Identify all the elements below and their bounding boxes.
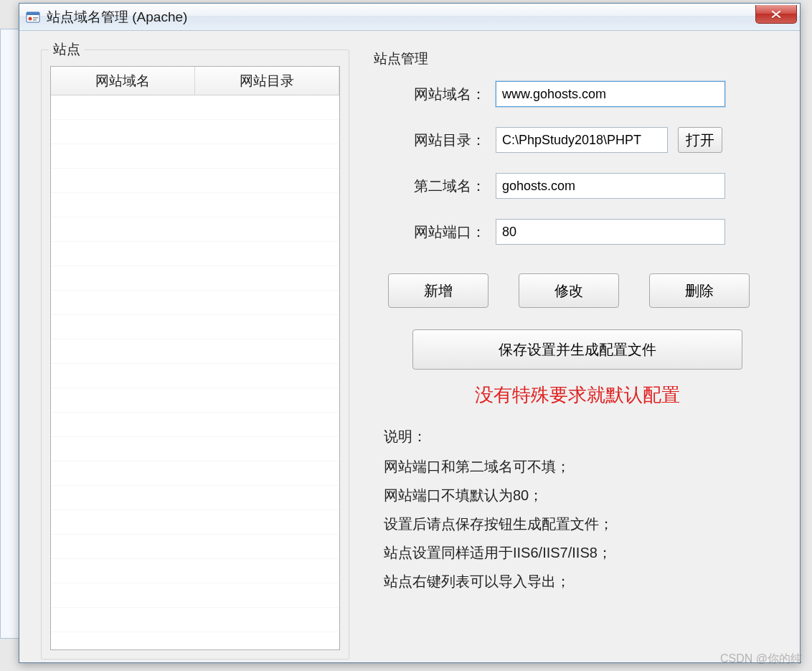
domain-input[interactable] <box>496 81 725 107</box>
help-line: 设置后请点保存按钮生成配置文件； <box>384 510 777 538</box>
listview-body[interactable] <box>51 95 339 649</box>
row-domain: 网站域名： <box>378 81 777 107</box>
label-domain: 网站域名： <box>378 85 486 104</box>
titlebar[interactable]: 站点域名管理 (Apache) <box>19 4 800 31</box>
help-line: 网站端口和第二域名可不填； <box>384 452 777 481</box>
client-area: 站点 网站域名 网站目录 站点管理 网站域名： 网站目录： 打开 第 <box>24 35 796 658</box>
site-manage-group: 站点管理 网站域名： 网站目录： 打开 第二域名： 网站端口： 新增 修改 <box>371 50 784 651</box>
help-line: 网站端口不填默认为80； <box>384 481 777 510</box>
open-button[interactable]: 打开 <box>678 127 722 153</box>
second-domain-input[interactable] <box>496 173 725 199</box>
dialog-window: 站点域名管理 (Apache) 站点 网站域名 网站目录 站点管理 网站域名： <box>19 3 801 663</box>
row-directory: 网站目录： 打开 <box>378 127 777 153</box>
sites-group-title: 站点 <box>49 40 85 59</box>
action-row: 新增 修改 删除 <box>378 273 777 308</box>
red-annotation: 没有特殊要求就默认配置 <box>378 383 777 408</box>
svg-point-2 <box>29 17 32 20</box>
label-second-domain: 第二域名： <box>378 177 486 196</box>
column-header-domain[interactable]: 网站域名 <box>51 67 195 95</box>
window-title: 站点域名管理 (Apache) <box>47 8 187 27</box>
help-line: 站点设置同样适用于IIS6/IIS7/IIS8； <box>384 538 777 567</box>
help-title: 说明： <box>384 422 777 451</box>
site-manage-title: 站点管理 <box>374 50 777 81</box>
directory-input[interactable] <box>496 127 668 153</box>
svg-rect-3 <box>33 17 38 19</box>
sites-listview[interactable]: 网站域名 网站目录 <box>50 66 340 650</box>
sites-groupbox: 站点 网站域名 网站目录 <box>41 50 349 660</box>
column-header-directory[interactable]: 网站目录 <box>195 67 339 95</box>
help-line: 站点右键列表可以导入导出； <box>384 567 777 596</box>
modify-button[interactable]: 修改 <box>519 273 619 308</box>
help-section: 说明： 网站端口和第二域名可不填； 网站端口不填默认为80； 设置后请点保存按钮… <box>378 422 777 596</box>
listview-header: 网站域名 网站目录 <box>51 67 339 95</box>
row-second-domain: 第二域名： <box>378 173 777 199</box>
row-port: 网站端口： <box>378 219 777 245</box>
app-icon <box>25 9 41 25</box>
label-directory: 网站目录： <box>378 131 486 150</box>
port-input[interactable] <box>496 219 725 245</box>
add-button[interactable]: 新增 <box>388 273 488 308</box>
close-icon <box>770 10 782 19</box>
save-config-button[interactable]: 保存设置并生成配置文件 <box>412 329 742 370</box>
close-button[interactable] <box>755 5 797 24</box>
label-port: 网站端口： <box>378 222 486 242</box>
delete-button[interactable]: 删除 <box>649 273 750 308</box>
svg-rect-4 <box>33 19 37 21</box>
svg-rect-1 <box>27 12 39 15</box>
